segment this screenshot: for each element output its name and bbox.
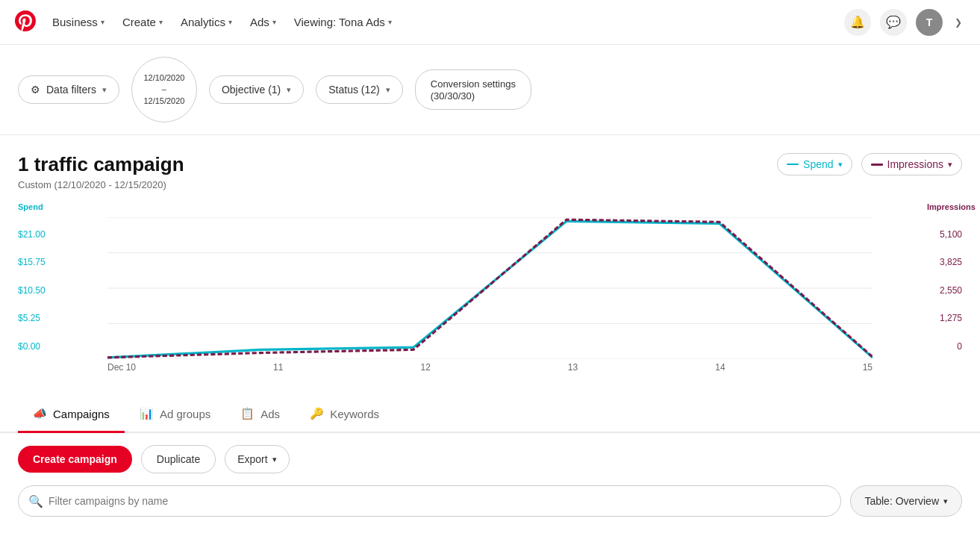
toolbar: Create campaign Duplicate Export ▾ (0, 433, 980, 485)
nav-create[interactable]: Create ▾ (115, 11, 170, 33)
filter-icon: ⚙ (31, 84, 40, 96)
date-range-button[interactable]: 12/10/2020 – 12/15/2020 (131, 57, 197, 122)
nav-actions: 🔔 💬 T ❯ (844, 9, 965, 36)
data-filters-button[interactable]: ⚙ Data filters ▾ (18, 75, 119, 104)
expand-button[interactable]: ❯ (952, 14, 965, 31)
impressions-line-icon (871, 164, 883, 166)
chevron-down-icon: ▾ (386, 85, 390, 95)
search-wrap: 🔍 (18, 485, 841, 517)
nav-viewing[interactable]: Viewing: Tona Ads ▾ (287, 11, 399, 33)
x-label-dec10: Dec 10 (107, 362, 136, 373)
spend-line (107, 221, 873, 358)
nav-ads[interactable]: Ads ▾ (243, 11, 284, 33)
nav-business[interactable]: Business ▾ (45, 11, 112, 33)
chart-wrapper: Spend $21.00 $15.75 $10.50 $5.25 $0.00 I… (18, 202, 962, 382)
ads-icon: 📋 (240, 407, 255, 420)
chevron-down-icon: ▾ (838, 160, 843, 169)
tab-ads[interactable]: 📋 Ads (225, 396, 295, 433)
chevron-down-icon: ▾ (272, 18, 276, 26)
messages-button[interactable]: 💬 (880, 9, 907, 36)
pinterest-logo[interactable] (15, 10, 36, 34)
objective-filter-button[interactable]: Objective (1) ▾ (209, 75, 304, 104)
chart-header: 1 traffic campaign Custom (12/10/2020 - … (18, 153, 962, 190)
search-input[interactable] (18, 485, 841, 517)
x-label-13: 13 (568, 362, 578, 373)
search-row: 🔍 Table: Overview ▾ (0, 485, 980, 529)
tab-bar: 📣 Campaigns 📊 Ad groups 📋 Ads 🔑 Keywords (0, 396, 980, 433)
navigation: Business ▾ Create ▾ Analytics ▾ Ads ▾ Vi… (0, 0, 980, 45)
chart-section: 1 traffic campaign Custom (12/10/2020 - … (0, 135, 980, 382)
tab-keywords[interactable]: 🔑 Keywords (295, 396, 394, 433)
bell-icon: 🔔 (850, 15, 865, 29)
tab-campaigns[interactable]: 📣 Campaigns (18, 396, 125, 433)
chevron-down-icon: ▾ (272, 455, 277, 464)
duplicate-button[interactable]: Duplicate (141, 445, 216, 473)
notification-button[interactable]: 🔔 (844, 9, 871, 36)
legend-spend[interactable]: Spend ▾ (777, 153, 852, 175)
conversion-settings-button[interactable]: Conversion settings (30/30/30) (415, 69, 531, 110)
chevron-down-icon: ▾ (159, 18, 163, 26)
campaigns-icon: 📣 (33, 407, 47, 420)
legend-impressions[interactable]: Impressions ▾ (861, 153, 962, 175)
x-axis: Dec 10 11 12 13 14 15 (107, 359, 873, 373)
y-axis-right: Impressions 5,100 3,825 2,550 1,275 0 (921, 202, 962, 352)
avatar[interactable]: T (916, 9, 943, 36)
keywords-icon: 🔑 (310, 407, 324, 420)
filter-bar: ⚙ Data filters ▾ 12/10/2020 – 12/15/2020… (0, 45, 980, 135)
tab-ad-groups[interactable]: 📊 Ad groups (125, 396, 225, 433)
chevron-down-icon: ▾ (228, 18, 232, 26)
chart-title-area: 1 traffic campaign Custom (12/10/2020 - … (18, 153, 184, 190)
chevron-down-icon: ▾ (101, 18, 104, 26)
create-campaign-button[interactable]: Create campaign (18, 446, 132, 473)
x-label-11: 11 (273, 362, 283, 373)
y-axis-left: Spend $21.00 $15.75 $10.50 $5.25 $0.00 (18, 202, 59, 352)
chevron-down-icon: ▾ (102, 85, 107, 95)
chart-legend: Spend ▾ Impressions ▾ (777, 153, 962, 175)
chart-svg (107, 217, 873, 359)
x-label-12: 12 (420, 362, 430, 373)
chevron-down-icon: ▾ (388, 18, 392, 26)
message-icon: 💬 (886, 15, 901, 29)
export-button[interactable]: Export ▾ (225, 445, 289, 473)
chevron-down-icon: ▾ (943, 497, 948, 506)
chevron-down-icon: ▾ (948, 160, 952, 169)
table-view-button[interactable]: Table: Overview ▾ (850, 485, 962, 517)
spend-line-icon (787, 164, 799, 165)
ad-groups-icon: 📊 (140, 407, 154, 420)
search-icon: 🔍 (28, 494, 43, 508)
x-label-14: 14 (715, 362, 725, 373)
chart-subtitle: Custom (12/10/2020 - 12/15/2020) (18, 179, 184, 190)
status-filter-button[interactable]: Status (12) ▾ (316, 75, 402, 104)
x-label-15: 15 (863, 362, 873, 373)
nav-analytics[interactable]: Analytics ▾ (173, 11, 240, 33)
chevron-down-icon: ▾ (287, 85, 291, 95)
chart-title: 1 traffic campaign (18, 153, 184, 176)
chart-area: Dec 10 11 12 13 14 15 (107, 217, 873, 359)
